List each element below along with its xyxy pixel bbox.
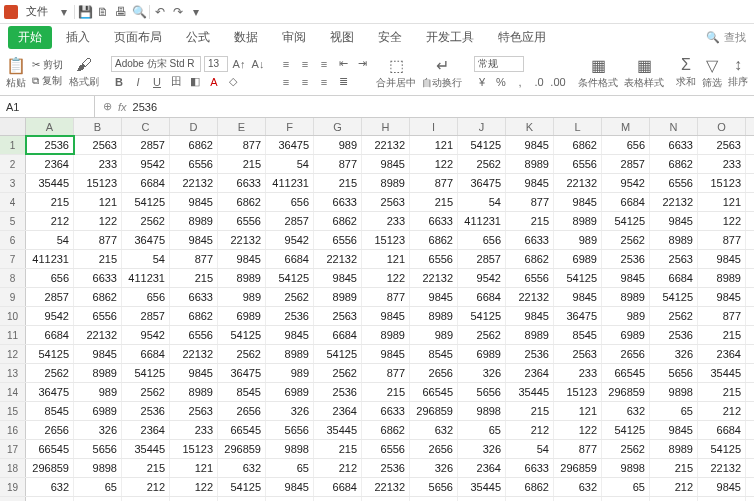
cell[interactable]: 877 — [74, 231, 122, 249]
cell[interactable]: 9845 — [170, 193, 218, 211]
col-head-F[interactable]: F — [266, 118, 314, 135]
align-right-icon[interactable]: ≡ — [316, 74, 332, 90]
cell[interactable]: 9845 — [170, 364, 218, 382]
cell[interactable]: 65 — [266, 459, 314, 477]
bold-button[interactable]: B — [111, 74, 127, 90]
cell[interactable]: 15123 — [554, 383, 602, 401]
cell[interactable]: 2656 — [554, 497, 602, 501]
cell[interactable]: 54 — [266, 155, 314, 173]
cell[interactable]: 9845 — [362, 307, 410, 325]
cell[interactable]: 411231 — [122, 269, 170, 287]
cell[interactable]: 15123 — [698, 174, 746, 192]
cell[interactable]: 9898 — [650, 383, 698, 401]
cell[interactable]: 54125 — [314, 497, 362, 501]
formula-input[interactable]: 2536 — [133, 101, 157, 113]
cell[interactable]: 2562 — [266, 288, 314, 306]
cell[interactable]: 9845 — [698, 478, 746, 496]
cell[interactable]: 54125 — [122, 364, 170, 382]
cell[interactable]: 6556 — [554, 155, 602, 173]
justify-icon[interactable]: ≣ — [335, 74, 351, 90]
cell[interactable]: 6684 — [458, 288, 506, 306]
col-head-D[interactable]: D — [170, 118, 218, 135]
cell[interactable]: 6556 — [506, 269, 554, 287]
cell[interactable]: 296859 — [602, 383, 650, 401]
row-head[interactable]: 11 — [0, 326, 26, 344]
save-icon[interactable]: 💾 — [77, 4, 93, 20]
tab-review[interactable]: 审阅 — [272, 26, 316, 49]
cell[interactable]: 9845 — [314, 269, 362, 287]
cell[interactable]: 2656 — [410, 440, 458, 458]
cell[interactable]: 54125 — [266, 269, 314, 287]
cell[interactable]: 6556 — [410, 250, 458, 268]
cell[interactable]: 2857 — [458, 250, 506, 268]
cell[interactable]: 22132 — [698, 459, 746, 477]
cell[interactable]: 121 — [410, 136, 458, 154]
tab-special[interactable]: 特色应用 — [488, 26, 556, 49]
cell[interactable]: 2656 — [410, 364, 458, 382]
cell[interactable]: 66545 — [26, 440, 74, 458]
cell[interactable]: 877 — [218, 136, 266, 154]
cell[interactable]: 877 — [362, 364, 410, 382]
cell[interactable]: 326 — [458, 364, 506, 382]
cell[interactable]: 989 — [602, 307, 650, 325]
cell[interactable]: 411231 — [458, 212, 506, 230]
cell[interactable]: 54 — [26, 231, 74, 249]
cell[interactable]: 8989 — [74, 364, 122, 382]
cell[interactable]: 9542 — [602, 174, 650, 192]
cell[interactable]: 122 — [698, 212, 746, 230]
cell[interactable]: 6684 — [122, 345, 170, 363]
cell[interactable]: 22132 — [362, 136, 410, 154]
cell[interactable]: 6633 — [506, 231, 554, 249]
row-head[interactable]: 6 — [0, 231, 26, 249]
cell[interactable]: 2563 — [650, 250, 698, 268]
merge-button[interactable]: ⬚合并居中 — [376, 56, 416, 90]
row-head[interactable]: 16 — [0, 421, 26, 439]
cell[interactable]: 6862 — [650, 155, 698, 173]
cell[interactable]: 2562 — [650, 307, 698, 325]
cell[interactable]: 9845 — [266, 478, 314, 496]
font-size-select[interactable]: 13 — [204, 56, 228, 72]
tab-developer[interactable]: 开发工具 — [416, 26, 484, 49]
fill-color-button[interactable]: ◧ — [187, 74, 203, 90]
dec-dec-icon[interactable]: .00 — [550, 74, 566, 90]
cell[interactable]: 9845 — [266, 326, 314, 344]
row-head[interactable]: 5 — [0, 212, 26, 230]
col-head-L[interactable]: L — [554, 118, 602, 135]
dropdown2-icon[interactable]: ▾ — [188, 4, 204, 20]
cell[interactable]: 296859 — [218, 440, 266, 458]
preview-icon[interactable]: 🔍 — [131, 4, 147, 20]
cell[interactable]: 877 — [362, 288, 410, 306]
copy-button[interactable]: ⧉复制 — [32, 74, 63, 88]
cell[interactable]: 2536 — [314, 383, 362, 401]
row-head[interactable]: 17 — [0, 440, 26, 458]
cell[interactable]: 6862 — [74, 288, 122, 306]
cell[interactable]: 215 — [314, 440, 362, 458]
cell[interactable]: 632 — [218, 459, 266, 477]
cell[interactable]: 36475 — [26, 383, 74, 401]
cell[interactable]: 54125 — [458, 136, 506, 154]
cell[interactable]: 122 — [554, 421, 602, 439]
cell[interactable]: 35445 — [26, 174, 74, 192]
cell[interactable]: 2562 — [602, 231, 650, 249]
cell[interactable]: 215 — [650, 459, 698, 477]
cell[interactable]: 15123 — [170, 440, 218, 458]
cell[interactable]: 2562 — [458, 155, 506, 173]
print-icon[interactable]: 🖶 — [113, 4, 129, 20]
cut-button[interactable]: ✂剪切 — [32, 58, 63, 72]
percent-icon[interactable]: % — [493, 74, 509, 90]
cell[interactable]: 2536 — [602, 250, 650, 268]
cell[interactable]: 121 — [554, 402, 602, 420]
cell[interactable]: 9845 — [362, 497, 410, 501]
cell[interactable]: 122 — [170, 478, 218, 496]
table-style-button[interactable]: ▦表格样式 — [624, 56, 664, 90]
cell[interactable]: 6556 — [218, 212, 266, 230]
cell[interactable]: 989 — [554, 231, 602, 249]
cell[interactable]: 2563 — [698, 136, 746, 154]
cell[interactable]: 121 — [698, 193, 746, 211]
cell[interactable]: 6684 — [698, 421, 746, 439]
cell[interactable]: 6684 — [26, 326, 74, 344]
cell[interactable]: 215 — [362, 383, 410, 401]
cell[interactable]: 36475 — [122, 231, 170, 249]
row-head[interactable]: 14 — [0, 383, 26, 401]
cell[interactable]: 2563 — [314, 307, 362, 325]
